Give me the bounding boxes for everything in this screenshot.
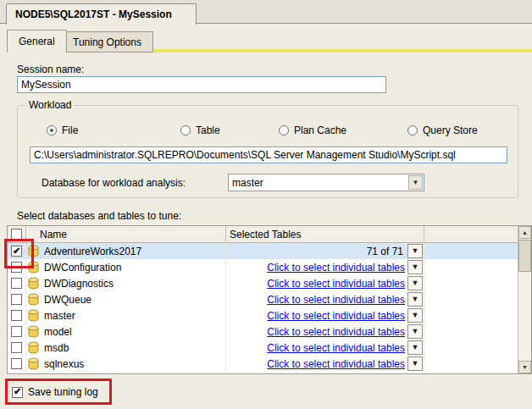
chevron-down-icon[interactable]: ▼ bbox=[408, 175, 423, 190]
tables-dropdown-button[interactable]: ▼ bbox=[407, 244, 423, 258]
header-name[interactable]: Name bbox=[26, 226, 226, 242]
select-tables-link[interactable]: Click to select individual tables bbox=[267, 342, 405, 354]
workload-option-file[interactable]: File bbox=[47, 124, 78, 136]
workload-option-plan-cache[interactable]: Plan Cache bbox=[279, 124, 346, 136]
scrollbar-thumb[interactable] bbox=[518, 240, 531, 272]
database-icon bbox=[28, 277, 39, 290]
row-name-cell: master bbox=[26, 307, 226, 323]
tuning-advisor-window: NODE5\SQL2017ST - MySession General Tuni… bbox=[0, 0, 532, 409]
row-filler bbox=[424, 243, 518, 259]
select-tables-link[interactable]: Click to select individual tables bbox=[267, 278, 405, 290]
workload-database-label: Database for workload analysis: bbox=[42, 177, 186, 189]
database-icon bbox=[28, 357, 39, 370]
row-check-cell bbox=[8, 243, 26, 259]
tables-dropdown-button[interactable]: ▼ bbox=[407, 276, 423, 290]
database-name: model bbox=[44, 326, 72, 338]
row-filler bbox=[424, 323, 518, 340]
tables-dropdown-button[interactable]: ▼ bbox=[407, 308, 423, 323]
row-name-cell: AdventureWorks2017 bbox=[26, 243, 226, 259]
workload-database-value: master bbox=[229, 177, 407, 189]
row-filler bbox=[424, 307, 518, 323]
select-tables-link[interactable]: Click to select individual tables bbox=[267, 326, 405, 338]
row-filler bbox=[424, 291, 518, 307]
database-checkbox[interactable] bbox=[11, 294, 22, 305]
table-row[interactable]: DWQueueClick to select individual tables… bbox=[8, 291, 518, 307]
save-tuning-log-label: Save tuning log bbox=[28, 386, 98, 398]
row-filler bbox=[424, 275, 518, 291]
session-panel: General Tuning Options Session name: Wor… bbox=[0, 24, 532, 409]
select-tables-link[interactable]: Click to select individual tables bbox=[267, 310, 405, 322]
select-tables-link[interactable]: Click to select individual tables bbox=[267, 294, 405, 306]
table-row[interactable]: masterClick to select individual tables▼ bbox=[8, 307, 518, 323]
row-tables-cell: Click to select individual tables▼ bbox=[226, 307, 424, 323]
arrow-down-icon[interactable]: ▼ bbox=[518, 361, 531, 373]
table-row[interactable]: msdbClick to select individual tables▼ bbox=[8, 340, 518, 356]
tables-dropdown-button[interactable]: ▼ bbox=[407, 260, 423, 274]
workload-radio-table[interactable] bbox=[180, 125, 191, 135]
workload-radio-plan-cache-label: Plan Cache bbox=[294, 124, 346, 136]
document-tab[interactable]: NODE5\SQL2017ST - MySession bbox=[6, 3, 197, 25]
chevron-down-icon: ▼ bbox=[412, 312, 419, 319]
tab-tuning-options[interactable]: Tuning Options bbox=[61, 31, 153, 53]
vertical-scrollbar[interactable]: ▲ ▼ bbox=[518, 226, 531, 373]
tables-dropdown-button[interactable]: ▼ bbox=[407, 292, 423, 307]
chevron-down-icon: ▼ bbox=[412, 247, 419, 255]
table-row[interactable]: sqlnexusClick to select individual table… bbox=[8, 356, 518, 372]
session-name-label: Session name: bbox=[17, 64, 84, 75]
header-filler bbox=[424, 226, 518, 242]
row-filler bbox=[424, 356, 518, 372]
database-checkbox[interactable] bbox=[11, 310, 22, 321]
select-tables-link[interactable]: Click to select individual tables bbox=[267, 358, 405, 370]
grid-body: AdventureWorks201771 of 71▼DWConfigurati… bbox=[8, 243, 518, 372]
workload-option-query-store[interactable]: Query Store bbox=[407, 124, 478, 136]
database-checkbox[interactable] bbox=[11, 342, 22, 353]
table-row[interactable]: DWDiagnosticsClick to select individual … bbox=[8, 275, 518, 291]
table-row[interactable]: DWConfigurationClick to select individua… bbox=[8, 259, 518, 275]
grid-header: Name Selected Tables bbox=[8, 226, 518, 243]
row-name-cell: DWConfiguration bbox=[26, 259, 226, 275]
database-checkbox[interactable] bbox=[11, 358, 22, 369]
chevron-down-icon: ▼ bbox=[412, 328, 419, 335]
database-grid: Name Selected Tables AdventureWorks20177… bbox=[7, 225, 532, 374]
arrow-up-icon[interactable]: ▲ bbox=[518, 226, 531, 239]
row-filler bbox=[424, 259, 518, 275]
database-checkbox[interactable] bbox=[11, 262, 22, 273]
tables-dropdown-button[interactable]: ▼ bbox=[407, 356, 423, 371]
header-check-cell bbox=[8, 226, 26, 242]
row-name-cell: sqlnexus bbox=[26, 356, 226, 372]
select-all-checkbox[interactable] bbox=[11, 229, 22, 240]
row-tables-cell: Click to select individual tables▼ bbox=[226, 340, 424, 356]
row-tables-cell: Click to select individual tables▼ bbox=[226, 291, 424, 307]
row-name-cell: DWDiagnostics bbox=[26, 275, 226, 291]
database-icon bbox=[28, 309, 39, 322]
session-name-input[interactable] bbox=[17, 76, 386, 93]
select-tables-link[interactable]: Click to select individual tables bbox=[267, 262, 405, 274]
workload-database-combo[interactable]: master ▼ bbox=[228, 174, 424, 191]
tab-general[interactable]: General bbox=[7, 30, 67, 53]
row-check-cell bbox=[8, 291, 26, 307]
chevron-down-icon: ▼ bbox=[412, 263, 419, 271]
table-row[interactable]: AdventureWorks201771 of 71▼ bbox=[8, 243, 518, 259]
database-checkbox[interactable] bbox=[11, 278, 22, 289]
row-check-cell bbox=[8, 275, 26, 291]
row-filler bbox=[424, 340, 518, 356]
tab-tuning-options-label: Tuning Options bbox=[73, 36, 141, 48]
document-tab-strip: NODE5\SQL2017ST - MySession bbox=[0, 0, 532, 24]
database-name: master bbox=[44, 310, 75, 322]
tables-dropdown-button[interactable]: ▼ bbox=[407, 340, 423, 355]
chevron-down-icon: ▼ bbox=[412, 279, 419, 287]
chevron-down-icon: ▼ bbox=[412, 360, 419, 368]
tables-dropdown-button[interactable]: ▼ bbox=[407, 324, 423, 339]
workload-file-path-input[interactable] bbox=[30, 146, 507, 163]
workload-option-table[interactable]: Table bbox=[180, 124, 220, 136]
workload-radio-plan-cache[interactable] bbox=[279, 125, 289, 135]
table-row[interactable]: modelClick to select individual tables▼ bbox=[8, 323, 518, 340]
save-tuning-log-checkbox[interactable] bbox=[12, 387, 23, 398]
database-checkbox[interactable] bbox=[11, 326, 22, 337]
workload-radio-query-store[interactable] bbox=[407, 125, 418, 135]
database-name: sqlnexus bbox=[44, 358, 84, 370]
workload-group-label: Workload bbox=[25, 99, 75, 111]
workload-radio-file[interactable] bbox=[47, 125, 57, 135]
header-selected-tables[interactable]: Selected Tables bbox=[226, 226, 424, 242]
database-checkbox[interactable] bbox=[11, 246, 22, 257]
